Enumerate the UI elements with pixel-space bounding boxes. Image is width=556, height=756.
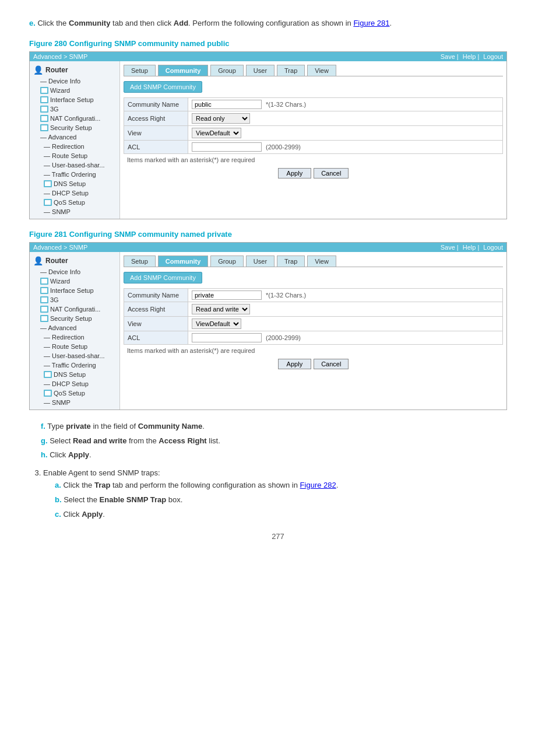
nat-icon-281 [40,306,48,313]
add-snmp-community-btn-281[interactable]: Add SNMP Community [124,272,202,284]
sidebar-item-advanced-281[interactable]: — Advanced [30,323,119,332]
tab-trap-280[interactable]: Trap [277,65,305,76]
save-link-280[interactable]: Save [441,53,455,60]
sidebar-item-advanced-280[interactable]: — Advanced [30,132,119,142]
figure281-panel: Advanced > SNMP Save | Help | Logout 👤 R… [29,242,507,410]
step-e-label: e. [29,19,36,27]
main-content-280: Setup Community Group User Trap View Add… [120,61,506,219]
select-access-right-281[interactable]: Read only Read and write [192,304,250,314]
sidebar-item-wizard-280[interactable]: Wizard [30,86,119,95]
select-view-280[interactable]: ViewDefault [192,128,241,138]
sidebar-item-interface-280[interactable]: Interface Setup [30,95,119,104]
help-link-281[interactable]: Help [463,244,476,251]
select-view-281[interactable]: ViewDefault [192,318,241,329]
sidebar-item-3g-281[interactable]: 3G [30,295,119,304]
panel-header-281: Advanced > SNMP Save | Help | Logout [30,243,506,252]
help-link-280[interactable]: Help [463,53,476,60]
sidebar-item-traffic-281[interactable]: — Traffic Ordering [30,360,119,370]
tab-group-281[interactable]: Group [210,256,244,267]
sidebar-item-dhcp-281[interactable]: — DHCP Setup [30,379,119,388]
figure281-link[interactable]: Figure 281 [353,19,389,27]
sidebar-item-user-based-281[interactable]: — User-based-shar... [30,351,119,360]
step3-sub-list: a. Click the Trap tab and perform the fo… [55,480,527,520]
tab-view-280[interactable]: View [307,65,336,76]
figure282-link[interactable]: Figure 282 [300,481,336,489]
cell-community-name-281: *(1-32 Chars.) [188,288,503,302]
save-link-281[interactable]: Save [441,244,455,251]
apply-btn-281[interactable]: Apply [278,359,312,369]
step-3b: b. Select the Enable SNMP Trap box. [55,494,527,506]
label-acl-280: ACL [124,140,188,153]
dns-icon-281 [44,371,52,378]
cancel-btn-280[interactable]: Cancel [314,168,349,178]
bottom-instructions: f. Type private in the field of Communit… [41,421,527,461]
tab-view-281[interactable]: View [307,256,336,267]
table-row: ACL (2000-2999) [124,140,503,153]
cell-access-right-280: Read only Read and write [188,111,503,125]
input-acl-281[interactable] [192,333,262,342]
top-instruction: e. Click the Community tab and then clic… [29,18,527,30]
sidebar-item-snmp-280[interactable]: — SNMP [30,207,119,216]
sidebar-item-wizard-281[interactable]: Wizard [30,276,119,286]
select-access-right-280[interactable]: Read only Read and write [192,113,250,124]
sidebar-item-redirection-281[interactable]: — Redirection [30,332,119,342]
logout-link-280[interactable]: Logout [483,53,503,60]
input-community-name-280[interactable] [192,100,262,109]
step-3b-label: b. [55,495,62,504]
table-row: Community Name *(1-32 Chars.) [124,97,503,111]
input-acl-280[interactable] [192,142,262,152]
form-table-280: Community Name *(1-32 Chars.) Access Rig… [124,97,503,154]
add-snmp-community-btn-280[interactable]: Add SNMP Community [124,81,202,93]
apply-bold-3c: Apply [82,510,103,519]
sidebar-item-dns-281[interactable]: DNS Setup [30,370,119,379]
tab-trap-281[interactable]: Trap [277,256,305,267]
hint-acl-281: (2000-2999) [266,334,301,341]
add-bold: Add [174,19,188,27]
sidebar-item-user-based-280[interactable]: — User-based-shar... [30,160,119,170]
sidebar-item-qos-281[interactable]: QoS Setup [30,388,119,398]
tab-user-281[interactable]: User [246,256,275,267]
step-3a: a. Click the Trap tab and perform the fo… [55,480,527,492]
sidebar-item-snmp-281[interactable]: — SNMP [30,398,119,407]
sidebar-item-device-info-281[interactable]: — Device Info [30,267,119,276]
sidebar-item-traffic-280[interactable]: — Traffic Ordering [30,170,119,179]
sidebar-item-route-281[interactable]: — Route Setup [30,342,119,351]
cell-community-name-280: *(1-32 Chars.) [188,97,503,111]
sidebar-user-281: 👤 Router [30,254,119,267]
3g-icon-280 [40,106,48,113]
sidebar-item-route-280[interactable]: — Route Setup [30,151,119,160]
label-community-name-280: Community Name [124,97,188,111]
tab-community-281[interactable]: Community [158,256,209,267]
sidebar-item-dns-280[interactable]: DNS Setup [30,179,119,188]
sidebar-item-nat-280[interactable]: NAT Configurati... [30,114,119,123]
tab-user-280[interactable]: User [246,65,275,76]
sidebar-item-redirection-280[interactable]: — Redirection [30,142,119,151]
cell-view-280: ViewDefault [188,125,503,140]
step-3a-label: a. [55,481,61,489]
nat-icon-280 [40,115,48,122]
sidebar-item-qos-280[interactable]: QoS Setup [30,198,119,207]
label-view-280: View [124,125,188,140]
qos-icon-281 [44,390,52,397]
sidebar-item-security-280[interactable]: Security Setup [30,123,119,132]
tab-setup-280[interactable]: Setup [124,65,156,76]
tab-setup-281[interactable]: Setup [124,256,156,267]
sidebar-item-device-info-280[interactable]: — Device Info [30,76,119,86]
sidebar-item-interface-281[interactable]: Interface Setup [30,286,119,295]
label-community-name-281: Community Name [124,288,188,302]
sidebar-item-dhcp-280[interactable]: — DHCP Setup [30,188,119,198]
cancel-btn-281[interactable]: Cancel [314,359,349,369]
table-row: Community Name *(1-32 Chars.) [124,288,503,302]
user-icon-281: 👤 [33,256,43,265]
sidebar-item-security-281[interactable]: Security Setup [30,314,119,323]
input-community-name-281[interactable] [192,290,262,300]
apply-btn-280[interactable]: Apply [278,168,312,178]
sidebar-item-3g-280[interactable]: 3G [30,104,119,114]
logout-link-281[interactable]: Logout [483,244,503,251]
tab-community-280[interactable]: Community [158,65,209,76]
tab-group-280[interactable]: Group [210,65,244,76]
figure281-title: Figure 281 Configuring SNMP community na… [29,230,527,239]
sidebar-item-nat-281[interactable]: NAT Configurati... [30,304,119,314]
cell-access-right-281: Read only Read and write [188,302,503,316]
form-table-281: Community Name *(1-32 Chars.) Access Rig… [124,288,503,345]
